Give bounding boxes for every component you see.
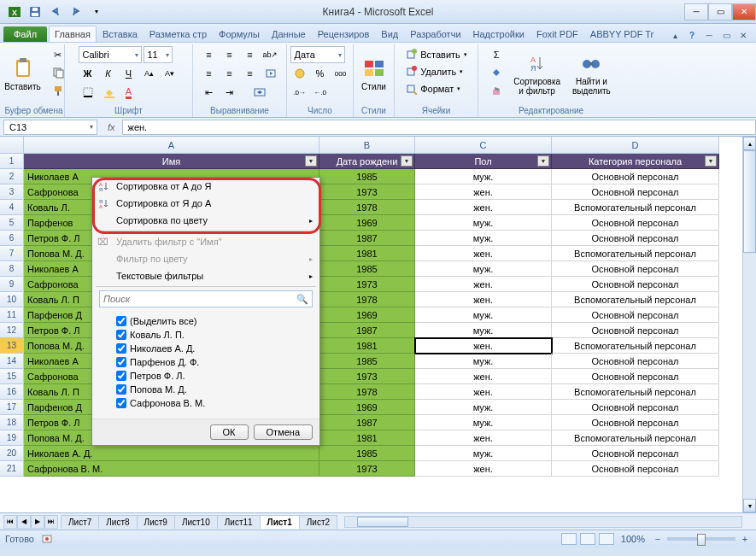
sheet-tab-Лист2[interactable]: Лист2 <box>299 515 337 529</box>
sheet-tab-Лист10[interactable]: Лист10 <box>174 515 218 529</box>
doc-close-icon[interactable]: ✕ <box>735 28 751 42</box>
ribbon-tab-6[interactable]: Вид <box>375 26 404 42</box>
filter-ok-button[interactable]: ОК <box>210 424 249 440</box>
cell-A20[interactable]: Николаев А. Д. <box>24 446 319 461</box>
italic-icon[interactable]: К <box>99 65 118 82</box>
number-format-combo[interactable]: Дата <box>290 46 345 63</box>
underline-icon[interactable]: Ч <box>120 65 138 82</box>
file-tab[interactable]: Файл <box>3 26 47 42</box>
row-header-8[interactable]: 8 <box>0 261 24 277</box>
cell-C3[interactable]: жен. <box>415 184 552 200</box>
cell-C2[interactable]: муж. <box>415 169 552 184</box>
help-icon[interactable]: ? <box>684 28 700 42</box>
increase-font-icon[interactable]: A▴ <box>140 65 159 82</box>
cell-D21[interactable]: Основной персонал <box>552 461 719 477</box>
cell-C4[interactable]: жен. <box>415 200 552 215</box>
column-header-B[interactable]: B <box>319 137 415 154</box>
cell-B15[interactable]: 1973 <box>319 369 415 384</box>
decrease-font-icon[interactable]: A▾ <box>161 65 179 82</box>
cell-C6[interactable]: муж. <box>415 231 552 246</box>
cell-B6[interactable]: 1987 <box>319 231 415 246</box>
sheet-next-icon[interactable]: ▶ <box>31 515 44 529</box>
zoom-out-icon[interactable]: − <box>652 533 664 545</box>
sheet-tab-Лист7[interactable]: Лист7 <box>61 515 99 529</box>
cell-C18[interactable]: муж. <box>415 415 552 430</box>
fill-icon[interactable] <box>487 64 506 81</box>
decrease-decimal-icon[interactable]: ←.0 <box>311 84 330 101</box>
sort-za-item[interactable]: ЯАСортировка от Я до А <box>92 195 319 212</box>
cell-C11[interactable]: муж. <box>415 307 552 323</box>
comma-icon[interactable]: 000 <box>331 65 350 82</box>
cell-C14[interactable]: муж. <box>415 354 552 369</box>
cell-D12[interactable]: Основной персонал <box>552 323 719 338</box>
cell-B14[interactable]: 1985 <box>319 354 415 369</box>
undo-icon[interactable] <box>46 3 65 20</box>
delete-cells-button[interactable]: Удалить▾ <box>404 63 468 80</box>
select-all-corner[interactable] <box>0 137 24 154</box>
align-middle-icon[interactable]: ≡ <box>220 46 239 63</box>
paste-button[interactable]: Вставить <box>0 46 44 101</box>
qat-customize-icon[interactable]: ▾ <box>87 3 106 20</box>
row-header-14[interactable]: 14 <box>0 354 24 369</box>
row-header-9[interactable]: 9 <box>0 277 24 292</box>
ribbon-tab-2[interactable]: Разметка стр <box>144 26 213 42</box>
sort-az-item[interactable]: АЯСортировка от А до Я <box>92 178 319 195</box>
cell-D20[interactable]: Основной персонал <box>552 446 719 461</box>
horizontal-scrollbar[interactable] <box>344 516 742 528</box>
cell-C20[interactable]: муж. <box>415 446 552 461</box>
decrease-indent-icon[interactable]: ⇤ <box>200 84 219 101</box>
ribbon-tab-0[interactable]: Главная <box>49 26 97 42</box>
cell-C17[interactable]: муж. <box>415 400 552 415</box>
styles-button[interactable]: Стили <box>355 46 393 101</box>
zoom-level[interactable]: 100% <box>621 534 645 544</box>
filter-arrow-A[interactable]: ▼ <box>305 155 317 167</box>
row-header-4[interactable]: 4 <box>0 200 24 215</box>
row-header-18[interactable]: 18 <box>0 415 24 430</box>
cell-B5[interactable]: 1969 <box>319 215 415 231</box>
row-header-2[interactable]: 2 <box>0 169 24 184</box>
save-icon[interactable] <box>26 3 44 20</box>
cell-C8[interactable]: муж. <box>415 261 552 277</box>
filter-arrow-D[interactable]: ▼ <box>705 155 717 167</box>
column-header-C[interactable]: C <box>415 137 552 154</box>
sort-filter-button[interactable]: АЯ Сортировка и фильтр <box>509 46 565 101</box>
cell-B17[interactable]: 1969 <box>319 400 415 415</box>
sheet-prev-icon[interactable]: ◀ <box>17 515 31 529</box>
format-cells-button[interactable]: Формат▾ <box>404 80 468 97</box>
sheet-first-icon[interactable]: ⏮ <box>3 515 17 529</box>
bold-icon[interactable]: Ж <box>79 65 97 82</box>
ribbon-tab-5[interactable]: Рецензиров <box>312 26 376 42</box>
cell-B19[interactable]: 1981 <box>319 430 415 446</box>
increase-decimal-icon[interactable]: .0→ <box>290 84 309 101</box>
font-size-combo[interactable]: 11 <box>144 46 173 63</box>
zoom-in-icon[interactable]: + <box>739 533 751 545</box>
fx-icon[interactable]: fx <box>101 122 122 132</box>
row-header-11[interactable]: 11 <box>0 307 24 323</box>
sort-by-color-item[interactable]: Сортировка по цвету▸ <box>92 212 319 229</box>
cell-B16[interactable]: 1978 <box>319 384 415 400</box>
cell-C5[interactable]: муж. <box>415 215 552 231</box>
row-header-17[interactable]: 17 <box>0 400 24 415</box>
cell-D17[interactable]: Основной персонал <box>552 400 719 415</box>
insert-cells-button[interactable]: Вставить▾ <box>404 46 468 63</box>
minimize-button[interactable]: ─ <box>684 3 708 20</box>
cell-D11[interactable]: Основной персонал <box>552 307 719 323</box>
clear-icon[interactable] <box>487 82 506 99</box>
cell-D15[interactable]: Основной персонал <box>552 369 719 384</box>
filter-check-item[interactable]: (Выделить все) <box>116 314 309 328</box>
font-name-combo[interactable]: Calibri <box>79 46 142 63</box>
excel-icon[interactable]: X <box>5 3 24 20</box>
cell-D19[interactable]: Вспомогательный персонал <box>552 430 719 446</box>
filter-check-item[interactable]: Коваль Л. П. <box>116 328 309 342</box>
row-header-19[interactable]: 19 <box>0 430 24 446</box>
ribbon-tab-1[interactable]: Вставка <box>97 26 144 42</box>
align-top-icon[interactable]: ≡ <box>200 46 219 63</box>
cell-D13[interactable]: Вспомогательный персонал <box>552 338 719 354</box>
doc-minimize-icon[interactable]: ─ <box>701 28 717 42</box>
page-break-view-icon[interactable] <box>599 533 614 545</box>
filter-arrow-B[interactable]: ▼ <box>401 155 413 167</box>
filter-check-item[interactable]: Парфенов Д. Ф. <box>116 355 309 369</box>
vscroll-thumb[interactable] <box>743 150 756 253</box>
cell-D4[interactable]: Вспомогательный персонал <box>552 200 719 215</box>
row-header-21[interactable]: 21 <box>0 461 24 477</box>
